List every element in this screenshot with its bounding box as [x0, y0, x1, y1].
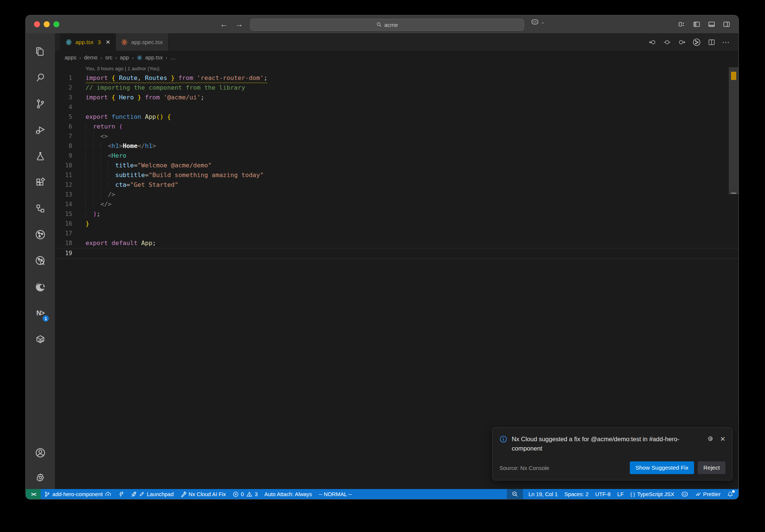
indentation-item[interactable]: Spaces: 2 — [561, 489, 592, 499]
problems-item[interactable]: 0 3 — [229, 489, 261, 499]
nav-back-button[interactable]: ← — [220, 20, 228, 29]
code-line[interactable]: 12 cta="Get Started" — [55, 180, 738, 190]
line-number[interactable]: 16 — [55, 219, 86, 229]
close-window-button[interactable] — [34, 21, 40, 27]
toggle-primary-sidebar-icon[interactable] — [693, 21, 700, 28]
commits-item[interactable] — [115, 489, 127, 499]
breadcrumb-item[interactable]: demo — [84, 55, 97, 61]
copilot-status-item[interactable] — [678, 489, 692, 499]
code-line[interactable]: 15 ); — [55, 209, 738, 219]
cursor-position-item[interactable]: Ln 19, Col 1 — [525, 489, 561, 499]
project-graph-icon[interactable] — [26, 195, 55, 222]
tab-app-tsx[interactable]: app.tsx 3 ✕ — [60, 33, 116, 51]
git-search-circle-icon[interactable] — [26, 248, 55, 274]
extensions-icon[interactable] — [26, 169, 55, 195]
run-debug-icon[interactable] — [26, 117, 55, 143]
nx-cloud-fix-item[interactable]: Nx Cloud AI Fix — [177, 489, 229, 499]
code-line[interactable]: 11 subtitle="Build something amazing tod… — [55, 170, 738, 180]
customize-layout-icon[interactable] — [678, 21, 685, 28]
notification-settings-gear-icon[interactable] — [707, 435, 714, 442]
code-line[interactable]: 9 <Hero — [55, 151, 738, 161]
toggle-secondary-sidebar-icon[interactable] — [723, 21, 730, 28]
code-line[interactable]: 1import { Route, Routes } from 'react-ro… — [55, 73, 738, 83]
zoom-indicator[interactable] — [507, 489, 523, 499]
line-number[interactable]: 10 — [55, 161, 86, 170]
git-branch-item[interactable]: add-hero-component — [41, 489, 115, 499]
git-graph-circle-icon[interactable] — [26, 222, 55, 248]
breadcrumb-item[interactable]: app — [120, 55, 129, 61]
command-center-search[interactable]: acme — [250, 19, 524, 31]
code-line[interactable]: 18export default App; — [55, 238, 738, 248]
breadcrumb-item[interactable]: app.tsx — [145, 55, 163, 61]
nav-back-editor-icon[interactable] — [648, 38, 657, 46]
line-number[interactable]: 8 — [55, 141, 86, 151]
line-number[interactable]: 4 — [55, 102, 86, 112]
code-line[interactable]: 13 /> — [55, 190, 738, 200]
breadcrumb-item[interactable]: src — [105, 55, 112, 61]
code-line[interactable]: 19 — [55, 248, 738, 259]
nav-dot-icon[interactable] — [663, 38, 671, 46]
reject-button[interactable]: Reject — [698, 461, 725, 474]
breadcrumb-item[interactable]: … — [170, 55, 176, 61]
auto-attach-item[interactable]: Auto Attach: Always — [261, 489, 315, 499]
line-number[interactable]: 11 — [55, 170, 86, 180]
line-number[interactable]: 1 — [55, 73, 86, 83]
line-number[interactable]: 19 — [55, 248, 86, 258]
line-number[interactable]: 15 — [55, 209, 86, 219]
line-number[interactable]: 2 — [55, 83, 86, 93]
line-number[interactable]: 18 — [55, 238, 86, 248]
nav-forward-editor-icon[interactable] — [678, 38, 686, 46]
copilot-menu[interactable]: ⌄ — [531, 19, 545, 25]
notification-close-icon[interactable]: ✕ — [720, 435, 725, 443]
line-number[interactable]: 17 — [55, 229, 86, 238]
code-line[interactable]: 8 <h1>Home</h1> — [55, 141, 738, 151]
edge-devtools-icon[interactable] — [26, 274, 55, 300]
split-editor-icon[interactable] — [707, 38, 716, 46]
settings-gear-icon[interactable] — [26, 466, 55, 489]
nav-forward-button[interactable]: → — [235, 20, 243, 29]
encoding-item[interactable]: UTF-8 — [592, 489, 614, 499]
line-number[interactable]: 7 — [55, 132, 86, 141]
line-number[interactable]: 3 — [55, 93, 86, 102]
launchpad-item[interactable]: Launchpad — [127, 489, 177, 499]
code-line[interactable]: 2// importing the component from the lib… — [55, 83, 738, 93]
prettier-item[interactable]: ✓✓ Prettier — [692, 489, 724, 499]
tab-app-spec-tsx[interactable]: app.spec.tsx — [116, 33, 168, 51]
code-line[interactable]: 17 — [55, 229, 738, 238]
code-line[interactable]: 5export function App() { — [55, 112, 738, 122]
line-number[interactable]: 5 — [55, 112, 86, 122]
line-number[interactable]: 6 — [55, 122, 86, 132]
more-actions-icon[interactable]: ⋯ — [722, 38, 730, 47]
code-line[interactable]: 16} — [55, 219, 738, 229]
run-circle-icon[interactable] — [692, 38, 701, 47]
source-control-icon[interactable] — [26, 91, 55, 117]
line-number[interactable]: 12 — [55, 180, 86, 190]
show-suggested-fix-button[interactable]: Show Suggested Fix — [630, 461, 694, 474]
eol-item[interactable]: LF — [614, 489, 627, 499]
line-number[interactable]: 13 — [55, 190, 86, 200]
code-line[interactable]: 6 return ( — [55, 122, 738, 132]
accounts-icon[interactable] — [26, 440, 55, 466]
language-mode-item[interactable]: { } TypeScript JSX — [627, 489, 678, 499]
line-number[interactable]: 9 — [55, 151, 86, 161]
code-editor[interactable]: You, 3 hours ago | 1 author (You) 1impor… — [55, 64, 738, 489]
code-line[interactable]: 7 <> — [55, 132, 738, 141]
search-sidebar-icon[interactable] — [26, 65, 55, 91]
vim-mode-item[interactable]: -- NORMAL -- — [315, 489, 355, 499]
minimize-window-button[interactable] — [44, 21, 50, 27]
code-line[interactable]: 3import { Hero } from '@acme/ui'; — [55, 93, 738, 102]
notifications-bell-item[interactable] — [724, 489, 738, 499]
breadcrumb-item[interactable]: apps — [65, 55, 76, 61]
maximize-window-button[interactable] — [53, 21, 59, 27]
line-number[interactable]: 14 — [55, 200, 86, 209]
code-line[interactable]: 14 </> — [55, 200, 738, 209]
testing-icon[interactable] — [26, 143, 55, 169]
toggle-panel-icon[interactable] — [708, 21, 715, 28]
explorer-icon[interactable] — [26, 38, 55, 65]
package-icon[interactable] — [26, 326, 55, 352]
remote-indicator[interactable]: >< — [26, 489, 41, 499]
code-line[interactable]: 4 — [55, 102, 738, 112]
tab-close-icon[interactable]: ✕ — [106, 39, 111, 46]
code-line[interactable]: 10 title="Welcmoe @acme/demo" — [55, 161, 738, 170]
editor-scrollbar[interactable] — [729, 67, 738, 194]
